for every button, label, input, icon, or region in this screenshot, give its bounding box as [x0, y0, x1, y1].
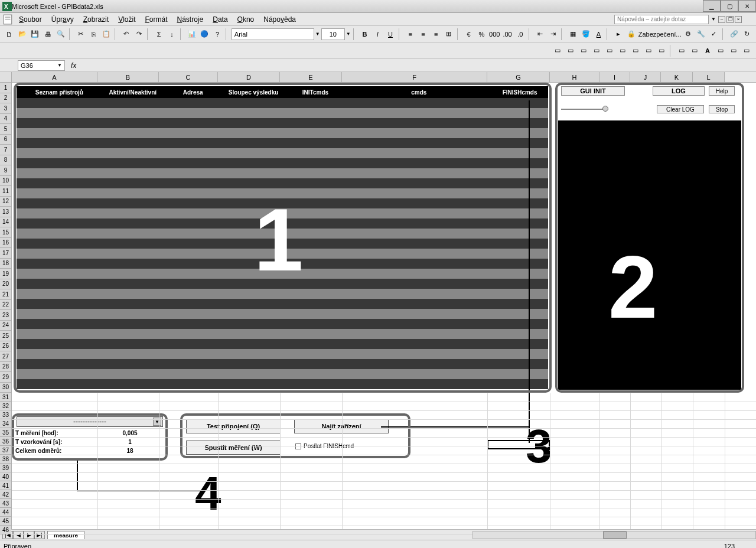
- table-row[interactable]: [17, 208, 548, 218]
- row-34[interactable]: 34: [0, 419, 11, 428]
- t2-bold-icon[interactable]: A: [702, 45, 713, 57]
- row-7[interactable]: 7: [0, 145, 11, 155]
- t2-icon11[interactable]: ▭: [689, 45, 700, 57]
- row-41[interactable]: 41: [0, 481, 11, 490]
- row-11[interactable]: 11: [0, 186, 11, 197]
- name-box[interactable]: G36 ▼: [18, 60, 65, 71]
- row-23[interactable]: 23: [0, 310, 11, 321]
- slider-control[interactable]: [561, 107, 608, 111]
- selected-cell[interactable]: [487, 440, 550, 449]
- decrease-indent-icon[interactable]: ⇤: [535, 28, 546, 40]
- font-select[interactable]: [232, 28, 314, 40]
- chart-icon[interactable]: 📊: [186, 28, 198, 40]
- table-row[interactable]: [17, 148, 548, 158]
- row-18[interactable]: 18: [0, 259, 11, 269]
- table-row[interactable]: [17, 349, 548, 359]
- row-19[interactable]: 19: [0, 269, 11, 279]
- t2-icon13[interactable]: ▭: [715, 45, 726, 57]
- menu-upravy[interactable]: Úpravy: [47, 14, 79, 25]
- percent-icon[interactable]: %: [475, 28, 487, 40]
- currency-icon[interactable]: €: [463, 28, 475, 40]
- row-16[interactable]: 16: [0, 238, 11, 249]
- find-device-button[interactable]: Najít zařízení: [294, 419, 389, 433]
- row-9[interactable]: 9: [0, 165, 11, 176]
- align-center-icon[interactable]: ≡: [418, 28, 429, 40]
- print-icon[interactable]: 🖶: [42, 28, 54, 40]
- row-25[interactable]: 25: [0, 331, 11, 341]
- t2-icon5[interactable]: ▭: [604, 45, 615, 57]
- workbook-minimize-button[interactable]: –: [718, 16, 725, 23]
- t2-icon3[interactable]: ▭: [578, 45, 589, 57]
- row-31[interactable]: 31: [0, 393, 11, 402]
- row-43[interactable]: 43: [0, 499, 11, 508]
- stop-button[interactable]: Stop: [709, 105, 735, 113]
- table-row[interactable]: [17, 299, 548, 309]
- font-dropdown-icon[interactable]: ▼: [315, 31, 320, 37]
- link-icon[interactable]: 🔗: [728, 28, 740, 40]
- row-3[interactable]: 3: [0, 103, 11, 114]
- row-13[interactable]: 13: [0, 207, 11, 217]
- refresh-icon[interactable]: ↻: [741, 28, 752, 40]
- redo-icon[interactable]: ↷: [133, 28, 145, 40]
- row-44[interactable]: 44: [0, 508, 11, 517]
- row-8[interactable]: 8: [0, 155, 11, 166]
- fx-label[interactable]: fx: [65, 61, 82, 70]
- help-search-input[interactable]: [614, 15, 709, 24]
- table-row[interactable]: [17, 168, 548, 178]
- col-A[interactable]: A: [12, 72, 97, 82]
- table-row[interactable]: [17, 279, 548, 289]
- table-row[interactable]: [17, 128, 548, 138]
- drawing-icon[interactable]: 🔵: [198, 28, 210, 40]
- row-46[interactable]: 46: [0, 526, 11, 534]
- gui-init-button[interactable]: GUI INIT: [561, 86, 625, 96]
- row-26[interactable]: 26: [0, 341, 11, 352]
- sort-icon[interactable]: ↓: [166, 28, 178, 40]
- open-icon[interactable]: 📂: [17, 28, 28, 40]
- col-D[interactable]: D: [218, 72, 280, 82]
- table-row[interactable]: [17, 269, 548, 279]
- security-icon[interactable]: 🔒: [625, 28, 637, 40]
- menu-napoveda[interactable]: Nápověda: [259, 14, 301, 25]
- col-C[interactable]: C: [159, 72, 218, 82]
- col-F[interactable]: F: [342, 72, 487, 82]
- clear-log-button[interactable]: Clear LOG: [657, 105, 704, 113]
- row-2[interactable]: 2: [0, 93, 11, 104]
- test-connection-button[interactable]: Test připojení (Q): [186, 419, 281, 433]
- t2-icon9[interactable]: ▭: [656, 45, 667, 57]
- tool3-icon[interactable]: ✓: [708, 28, 720, 40]
- decrease-decimal-icon[interactable]: .0: [514, 28, 526, 40]
- t2-icon6[interactable]: ▭: [617, 45, 628, 57]
- instrument-select-dropdown[interactable]: -------------- ▼: [17, 416, 163, 427]
- col-E[interactable]: E: [280, 72, 342, 82]
- menu-vlozit[interactable]: Vložit: [113, 14, 140, 25]
- underline-icon[interactable]: U: [384, 28, 396, 40]
- start-measurement-button[interactable]: Spustit měření (W): [186, 441, 281, 455]
- merge-icon[interactable]: ⊞: [443, 28, 455, 40]
- col-H[interactable]: H: [550, 72, 599, 82]
- close-button[interactable]: ✕: [738, 0, 756, 12]
- row-14[interactable]: 14: [0, 217, 11, 228]
- row-35[interactable]: 35: [0, 428, 11, 437]
- increase-indent-icon[interactable]: ⇥: [547, 28, 559, 40]
- table-row[interactable]: [17, 369, 548, 379]
- table-row[interactable]: [17, 198, 548, 208]
- row-20[interactable]: 20: [0, 279, 11, 290]
- fontsize-select[interactable]: [321, 28, 345, 40]
- tool1-icon[interactable]: ⚙: [683, 28, 695, 40]
- row-1[interactable]: 1: [0, 83, 11, 93]
- row-6[interactable]: 6: [0, 135, 11, 145]
- security-label[interactable]: Zabezpečení...: [638, 31, 682, 38]
- row-22[interactable]: 22: [0, 300, 11, 311]
- horizontal-scrollbar[interactable]: [472, 531, 756, 539]
- log-button[interactable]: LOG: [653, 86, 705, 96]
- italic-icon[interactable]: I: [372, 28, 383, 40]
- row-5[interactable]: 5: [0, 124, 11, 135]
- row-40[interactable]: 40: [0, 472, 11, 481]
- undo-icon[interactable]: ↶: [120, 28, 132, 40]
- menu-data[interactable]: Data: [208, 14, 232, 25]
- help-button[interactable]: Help: [709, 86, 735, 96]
- table-row[interactable]: [17, 309, 548, 319]
- help-icon[interactable]: ?: [211, 28, 223, 40]
- copy-icon[interactable]: ⎘: [87, 28, 99, 40]
- align-left-icon[interactable]: ≡: [405, 28, 416, 40]
